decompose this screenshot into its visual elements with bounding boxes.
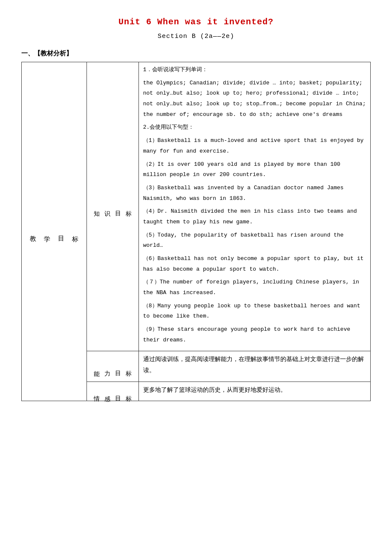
ability-content: 通过阅读训练，提高阅读理解能力，在理解故事情节的基础上对文章进行进一步的解读。 bbox=[138, 351, 370, 382]
ability-label: 能力目标 bbox=[87, 351, 139, 382]
knowledge-content: 1．会听说读写下列单词： the Olympics; Canadian; div… bbox=[138, 62, 370, 351]
knowledge-label: 知识目标 bbox=[87, 62, 139, 351]
page-subtitle: Section B (2a——2e) bbox=[21, 33, 371, 40]
main-table: 教学目标 知识目标 1．会听说读写下列单词： the Olympics; Can… bbox=[21, 62, 371, 401]
emotion-label: 情感目标 bbox=[87, 382, 139, 401]
outer-label: 教学目标 bbox=[22, 62, 87, 401]
emotion-content: 更多地了解了篮球运动的历史，从而更好地爱好运动。 bbox=[138, 382, 370, 401]
page-title: Unit 6 When was it invented? bbox=[21, 17, 371, 27]
table-row-knowledge: 教学目标 知识目标 1．会听说读写下列单词： the Olympics; Can… bbox=[22, 62, 371, 351]
section-heading: 一、【教材分析】 bbox=[21, 49, 371, 58]
